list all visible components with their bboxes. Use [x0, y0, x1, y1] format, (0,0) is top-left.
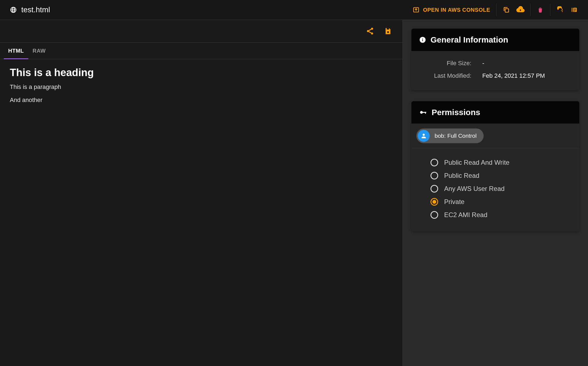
permission-label: Private: [444, 198, 465, 206]
permission-option[interactable]: EC2 AMI Read: [431, 208, 566, 221]
svg-rect-16: [425, 112, 426, 114]
delete-button[interactable]: [533, 3, 547, 17]
permission-label: Public Read And Write: [444, 159, 510, 166]
permission-label: EC2 AMI Read: [444, 211, 487, 219]
editor-subbar: [0, 20, 402, 43]
radio-checked-icon: [431, 198, 438, 206]
refresh-button[interactable]: [553, 3, 567, 17]
divider: [496, 4, 496, 16]
open-aws-console-button[interactable]: OPEN IN AWS CONSOLE: [409, 4, 493, 16]
tab-label: RAW: [33, 48, 46, 54]
info-row-size: File Size: -: [422, 57, 568, 70]
share-button[interactable]: [366, 27, 374, 35]
tab-label: HTML: [8, 48, 24, 54]
svg-rect-4: [574, 10, 576, 10]
info-label: File Size:: [422, 60, 471, 67]
globe-icon: [10, 6, 17, 13]
permission-option[interactable]: Any AWS User Read: [431, 182, 566, 195]
download-button[interactable]: [513, 3, 528, 17]
info-label: Last Modified:: [422, 72, 471, 79]
svg-rect-13: [422, 38, 423, 39]
key-icon: [419, 108, 427, 116]
editor-pane: HTML RAW This is a heading This is a par…: [0, 20, 403, 366]
filename-text: test.html: [21, 5, 50, 14]
save-button[interactable]: [384, 27, 392, 35]
svg-rect-5: [574, 11, 575, 11]
details-pane: General Information File Size: - Last Mo…: [403, 20, 588, 366]
general-info-card: General Information File Size: - Last Mo…: [411, 29, 579, 90]
tab-html[interactable]: HTML: [4, 43, 28, 59]
html-preview: This is a heading This is a paragraph An…: [0, 59, 402, 117]
svg-point-7: [367, 30, 369, 32]
info-icon: [419, 36, 426, 43]
svg-point-8: [371, 32, 373, 35]
top-toolbar: test.html OPEN IN AWS CONSOLE: [0, 0, 588, 20]
open-aws-label: OPEN IN AWS CONSOLE: [423, 7, 490, 13]
preview-paragraph: And another: [10, 97, 393, 104]
card-header: Permissions: [411, 101, 579, 124]
radio-unchecked-icon: [431, 159, 438, 166]
permission-label: Public Read: [444, 172, 479, 179]
permissions-card: Permissions bob: Full Control Public Rea…: [411, 101, 579, 231]
permission-option[interactable]: Public Read And Write: [431, 156, 566, 169]
radio-unchecked-icon: [431, 185, 438, 193]
permission-option[interactable]: Private: [431, 195, 566, 208]
divider: [530, 4, 531, 16]
copy-button[interactable]: [499, 3, 513, 17]
card-header: General Information: [411, 29, 579, 51]
permission-options: Public Read And WritePublic ReadAny AWS …: [411, 148, 579, 231]
svg-point-17: [423, 134, 425, 136]
svg-rect-1: [505, 9, 509, 12]
chip-label: bob: Full Control: [435, 133, 477, 139]
view-tabs: HTML RAW: [0, 43, 402, 59]
info-value: -: [482, 60, 484, 67]
radio-unchecked-icon: [431, 211, 438, 219]
person-icon: [418, 130, 430, 142]
preview-heading: This is a heading: [10, 67, 393, 79]
info-value: Feb 24, 2021 12:57 PM: [482, 72, 545, 79]
divider: [550, 4, 550, 16]
svg-rect-12: [422, 39, 423, 41]
open-external-icon: [413, 6, 420, 13]
permission-chip-row: bob: Full Control: [411, 124, 579, 148]
user-permission-chip[interactable]: bob: Full Control: [416, 128, 484, 143]
card-title: Permissions: [432, 108, 480, 117]
svg-point-14: [420, 111, 423, 114]
preview-paragraph: This is a paragraph: [10, 83, 393, 91]
radio-unchecked-icon: [431, 172, 438, 179]
svg-rect-3: [574, 9, 576, 9]
svg-point-6: [371, 28, 373, 30]
tab-raw[interactable]: RAW: [28, 43, 50, 59]
permission-label: Any AWS User Read: [444, 185, 505, 193]
svg-rect-10: [387, 28, 389, 30]
file-title: test.html: [10, 5, 50, 14]
info-row-modified: Last Modified: Feb 24, 2021 12:57 PM: [422, 70, 568, 82]
card-title: General Information: [431, 35, 508, 44]
permission-option[interactable]: Public Read: [431, 169, 566, 182]
svg-point-9: [387, 31, 389, 33]
panel-toggle-button[interactable]: [567, 3, 581, 17]
